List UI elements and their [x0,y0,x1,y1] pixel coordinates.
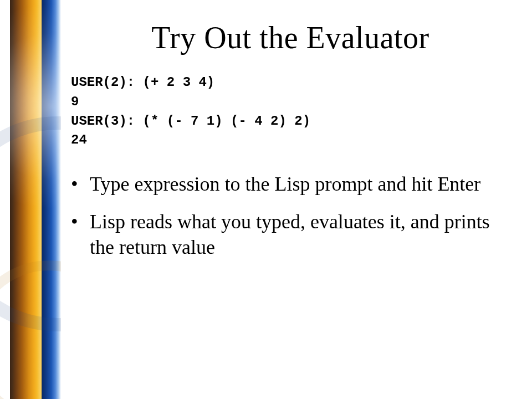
slide-content: Try Out the Evaluator USER(2): (+ 2 3 4)… [0,0,532,260]
bullet-item-1: Type expression to the Lisp prompt and h… [71,171,510,197]
bullet-text-1: Type expression to the Lisp prompt and h… [90,173,480,195]
code-line-2: 9 [71,93,510,112]
code-line-4: 24 [71,131,510,150]
bullet-item-2: Lisp reads what you typed, evaluates it,… [71,209,510,260]
bullet-list: Type expression to the Lisp prompt and h… [71,171,510,260]
code-line-1: USER(2): (+ 2 3 4) [71,73,510,93]
code-line-3: USER(3): (* (- 7 1) (- 4 2) 2) [71,112,510,131]
slide-title: Try Out the Evaluator [71,20,510,55]
bullet-text-2: Lisp reads what you typed, evaluates it,… [90,211,490,258]
slide: Try Out the Evaluator USER(2): (+ 2 3 4)… [0,0,532,399]
code-block: USER(2): (+ 2 3 4) 9 USER(3): (* (- 7 1)… [71,73,510,150]
